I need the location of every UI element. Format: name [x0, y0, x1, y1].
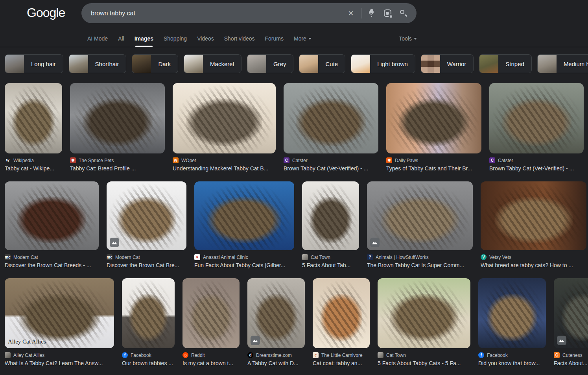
image-result[interactable]: CCatsterBrown Tabby Cat (Vet-Verified) -… [489, 83, 584, 172]
filter-chip-mackerel[interactable]: Mackerel [184, 54, 241, 73]
tab-videos[interactable]: Videos [197, 30, 214, 47]
filter-chip-striped[interactable]: Striped [479, 54, 532, 73]
image-result[interactable]: Cat Town5 Facts About Tabby Cats - 5 Fa.… [378, 278, 470, 366]
image-result[interactable]: CCatsterBrown Tabby Cat (Vet-Verified) -… [284, 83, 378, 172]
source-line[interactable]: mcModern Cat [107, 254, 186, 260]
result-title[interactable]: Is my cat a brown t... [182, 360, 240, 366]
result-photo[interactable] [107, 181, 186, 250]
google-logo[interactable]: Google [27, 6, 65, 20]
result-photo[interactable] [302, 181, 359, 250]
result-title[interactable]: Cat coat: tabby an... [313, 360, 370, 366]
source-line[interactable]: Alley Cat Allies [5, 352, 114, 358]
search-input[interactable] [91, 10, 343, 17]
result-photo[interactable] [173, 83, 276, 153]
result-photo[interactable] [194, 181, 294, 250]
result-title[interactable]: Did you know that brow... [478, 360, 546, 366]
filter-chip-medium-hair[interactable]: Medium hair [537, 54, 588, 73]
result-title[interactable]: 5 Facts About Tabby Cats - 5 Fa... [378, 360, 470, 366]
result-photo[interactable] [478, 278, 546, 348]
image-result[interactable]: mcModern CatDiscover the Brown Cat Breed… [5, 181, 99, 268]
image-result[interactable]: ✽Daily PawsTypes of Tabby Cats and Their… [386, 83, 481, 172]
source-line[interactable]: ✽Daily Paws [386, 157, 481, 163]
clear-search-icon[interactable]: ✕ [343, 6, 359, 21]
image-result[interactable]: ♥Anasazi Animal ClinicFun Facts About Ta… [194, 181, 294, 268]
source-line[interactable]: mcModern Cat [5, 254, 99, 260]
image-result[interactable]: ✽The Spruce PetsTabby Cat: Breed Profile… [70, 83, 165, 172]
result-photo[interactable] [481, 181, 586, 250]
image-result[interactable]: ☺RedditIs my cat a brown t... [182, 278, 240, 366]
tab-shopping[interactable]: Shopping [164, 30, 187, 47]
image-result[interactable]: fFacebookDid you know that brow... [478, 278, 546, 366]
result-title[interactable]: 5 Facts About Tab... [302, 262, 359, 268]
source-line[interactable]: ✽The Spruce Pets [70, 157, 165, 163]
source-line[interactable]: fFacebook [478, 352, 546, 358]
source-line[interactable]: CCuteness [554, 352, 588, 358]
result-title[interactable]: Understanding Mackerel Tabby Cat B... [173, 165, 276, 172]
image-result[interactable]: wWOpetUnderstanding Mackerel Tabby Cat B… [173, 83, 276, 172]
tab-more[interactable]: More [294, 30, 312, 47]
tab-images[interactable]: Images [135, 30, 153, 47]
result-title[interactable]: Brown Tabby Cat (Vet-Verified) - ... [489, 165, 584, 172]
image-result[interactable]: fFacebookOur brown tabbies ... [122, 278, 175, 366]
filter-chip-cute[interactable]: Cute [299, 54, 345, 73]
source-line[interactable]: ☺Reddit [182, 352, 240, 358]
result-photo[interactable] [489, 83, 584, 153]
image-result[interactable]: mcModern CatDiscover the Brown Cat Bre..… [107, 181, 186, 268]
source-line[interactable]: CCatster [489, 157, 584, 163]
result-title[interactable]: Types of Tabby Cats and Their Br... [386, 165, 481, 172]
result-title[interactable]: Tabby cat - Wikipe... [5, 165, 62, 172]
source-line[interactable]: ?Animals | HowStuffWorks [367, 254, 473, 260]
image-result[interactable]: VVetsy VetsWhat breed are tabby cats? Ho… [481, 181, 586, 268]
result-photo[interactable] [5, 181, 99, 250]
search-bar[interactable]: ✕ [81, 3, 417, 23]
image-result[interactable]: dDreamstime.comA Tabby Cat with D... [247, 278, 305, 366]
result-photo[interactable] [554, 278, 588, 348]
result-photo[interactable] [313, 278, 370, 348]
tab-all[interactable]: All [118, 30, 124, 47]
result-title[interactable]: Our brown tabbies ... [122, 360, 175, 366]
image-result[interactable]: WWikipediaTabby cat - Wikipe... [5, 83, 62, 172]
result-title[interactable]: The Brown Tabby Cat Is Super Comm... [367, 262, 473, 268]
microphone-icon[interactable] [364, 6, 380, 21]
result-title[interactable]: Fun Facts About Tabby Cats |Gilber... [194, 262, 294, 268]
image-result[interactable]: ?Animals | HowStuffWorksThe Brown Tabby … [367, 181, 473, 268]
google-lens-icon[interactable] [380, 6, 395, 21]
result-title[interactable]: A Tabby Cat with D... [247, 360, 305, 366]
image-result[interactable]: CCutenessFacts About... [554, 278, 588, 366]
tools-button[interactable]: Tools [399, 30, 417, 47]
filter-chip-light-brown[interactable]: Light brown [351, 54, 415, 73]
source-line[interactable]: dDreamstime.com [247, 352, 305, 358]
result-photo[interactable] [182, 278, 240, 348]
result-photo[interactable] [386, 83, 481, 153]
result-photo[interactable] [70, 83, 165, 153]
source-line[interactable]: fFacebook [122, 352, 175, 358]
tab-ai-mode[interactable]: AI Mode [87, 30, 108, 47]
result-photo[interactable] [5, 83, 62, 153]
source-line[interactable]: Cat Town [378, 352, 470, 358]
source-line[interactable]: CCatster [284, 157, 378, 163]
result-photo[interactable] [378, 278, 470, 348]
result-title[interactable]: Brown Tabby Cat (Vet-Verified) - ... [284, 165, 378, 172]
result-title[interactable]: What Is A Tabby Cat? Learn The Answ... [5, 360, 114, 366]
filter-chip-long-hair[interactable]: Long hair [5, 54, 63, 73]
source-line[interactable]: Cat Town [302, 254, 359, 260]
result-photo[interactable] [284, 83, 378, 153]
tab-forums[interactable]: Forums [265, 30, 284, 47]
image-result[interactable]: cThe Little CarnivoreCat coat: tabby an.… [313, 278, 370, 366]
image-result[interactable]: Alley Cat AlliesAlley Cat AlliesWhat Is … [5, 278, 114, 366]
source-line[interactable]: WWikipedia [5, 157, 62, 163]
search-icon[interactable] [395, 6, 411, 21]
result-photo[interactable]: Alley Cat Allies [5, 278, 114, 348]
result-photo[interactable] [122, 278, 175, 348]
result-title[interactable]: What breed are tabby cats? How to ... [481, 262, 586, 268]
result-title[interactable]: Tabby Cat: Breed Profile ... [70, 165, 165, 172]
source-line[interactable]: VVetsy Vets [481, 254, 586, 260]
tab-short-videos[interactable]: Short videos [224, 30, 255, 47]
filter-chip-grey[interactable]: Grey [247, 54, 294, 73]
source-line[interactable]: cThe Little Carnivore [313, 352, 370, 358]
result-title[interactable]: Discover the Brown Cat Breeds - ... [5, 262, 99, 268]
result-title[interactable]: Discover the Brown Cat Bre... [107, 262, 186, 268]
source-line[interactable]: wWOpet [173, 157, 276, 163]
source-line[interactable]: ♥Anasazi Animal Clinic [194, 254, 294, 260]
filter-chip-shorthair[interactable]: Shorthair [69, 54, 127, 73]
